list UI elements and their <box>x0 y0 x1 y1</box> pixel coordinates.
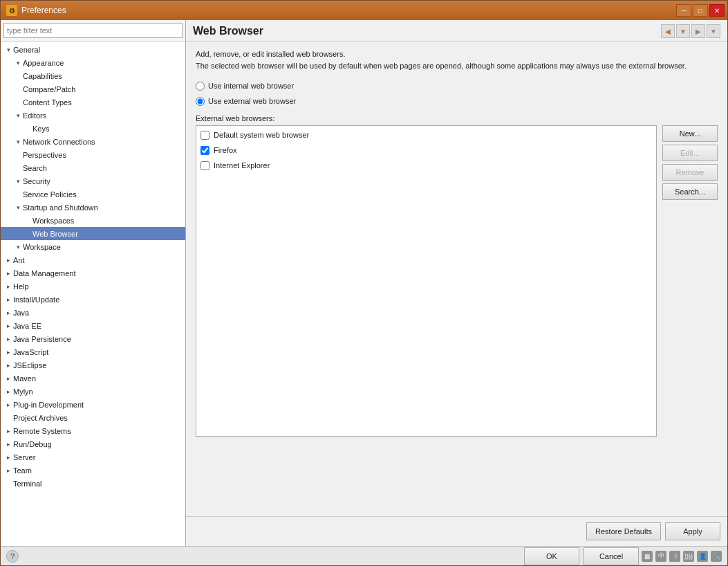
expand-icon-java-ee: ▸ <box>3 321 13 331</box>
search-button[interactable]: Search... <box>662 183 718 200</box>
tree-label-service-policies: Service Policies <box>23 190 77 199</box>
browser-checkbox-default-system[interactable] <box>200 131 209 140</box>
restore-defaults-button[interactable]: Restore Defaults <box>586 522 661 540</box>
tree-label-workspace: Workspace <box>23 243 61 251</box>
tree-label-general: General <box>13 46 40 54</box>
tree-item-workspace[interactable]: ▾Workspace <box>1 240 185 253</box>
expand-icon-compare-patch <box>13 84 23 94</box>
browsers-container: Default system web browserFirefoxInterne… <box>196 125 718 437</box>
nav-forward-dropdown-button[interactable]: ▼ <box>707 24 720 38</box>
maximize-button[interactable]: □ <box>693 4 708 17</box>
tree-item-plugin-development[interactable]: ▸Plug-in Development <box>1 398 185 411</box>
filter-input[interactable] <box>3 23 183 38</box>
left-panel: ▾General▾AppearanceCapabilitiesCompare/P… <box>1 20 186 546</box>
tree-item-team[interactable]: ▸Team <box>1 464 185 477</box>
filter-wrapper <box>1 20 185 42</box>
tree-item-compare-patch[interactable]: Compare/Patch <box>1 82 185 95</box>
tree-item-java-persistence[interactable]: ▸Java Persistence <box>1 332 185 345</box>
tree-item-javascript[interactable]: ▸JavaScript <box>1 345 185 358</box>
radio-internal[interactable] <box>196 82 205 91</box>
tree-item-java[interactable]: ▸Java <box>1 306 185 319</box>
tree-item-terminal[interactable]: Terminal <box>1 477 185 490</box>
tree-item-editors[interactable]: ▾Editors <box>1 109 185 122</box>
tree-item-web-browser[interactable]: Web Browser <box>1 227 185 240</box>
browser-label-internet-explorer: Internet Explorer <box>214 161 270 170</box>
radio-external[interactable] <box>196 97 205 106</box>
expand-icon-run-debug: ▸ <box>3 439 13 449</box>
tree-item-perspectives[interactable]: Perspectives <box>1 148 185 161</box>
title-bar: ⚙ Preferences ─ □ ✕ <box>1 1 727 20</box>
tree-item-security[interactable]: ▾Security <box>1 174 185 188</box>
tree-item-run-debug[interactable]: ▸Run/Debug <box>1 437 185 450</box>
ok-button[interactable]: OK <box>524 547 579 565</box>
tree-area[interactable]: ▾General▾AppearanceCapabilitiesCompare/P… <box>1 42 185 546</box>
expand-icon-keys <box>23 124 32 134</box>
browser-item-firefox[interactable]: Firefox <box>198 143 655 158</box>
tree-item-server[interactable]: ▸Server <box>1 450 185 464</box>
browser-item-default-system[interactable]: Default system web browser <box>198 127 655 143</box>
external-browsers-label: External web browsers: <box>196 114 718 122</box>
tree-label-security: Security <box>23 177 50 185</box>
expand-icon-plugin-development: ▸ <box>3 400 13 410</box>
tree-item-network-connections[interactable]: ▾Network Connections <box>1 135 185 148</box>
tree-item-help[interactable]: ▸Help <box>1 280 185 293</box>
nav-back-button[interactable]: ◀ <box>661 24 675 38</box>
tree-label-team: Team <box>13 466 32 475</box>
remove-button[interactable]: Remove <box>662 164 718 181</box>
minimize-button[interactable]: ─ <box>676 4 691 17</box>
taskbar-icon-1: ▦ <box>642 551 653 562</box>
panel-title: Web Browser <box>193 25 263 37</box>
apply-button[interactable]: Apply <box>665 522 720 540</box>
tree-item-jseclipse[interactable]: ▸JSEclipse <box>1 358 185 372</box>
tree-item-java-ee[interactable]: ▸Java EE <box>1 319 185 332</box>
tree-item-maven[interactable]: ▸Maven <box>1 372 185 385</box>
radio-internal-item: Use internal web browser <box>196 80 718 92</box>
tree-item-content-types[interactable]: Content Types <box>1 95 185 109</box>
tree-item-remote-systems[interactable]: ▸Remote Systems <box>1 424 185 437</box>
restore-apply-bar: Restore Defaults Apply <box>186 516 727 546</box>
nav-dropdown-button[interactable]: ▼ <box>676 24 690 38</box>
main-body: ▾General▾AppearanceCapabilitiesCompare/P… <box>1 20 727 546</box>
expand-icon-capabilities <box>13 71 23 81</box>
right-content: Add, remove, or edit installed web brows… <box>186 42 727 516</box>
expand-icon-security: ▾ <box>13 176 23 186</box>
tree-item-capabilities[interactable]: Capabilities <box>1 69 185 82</box>
new-button[interactable]: New... <box>662 125 718 142</box>
radio-external-label: Use external web browser <box>208 97 296 105</box>
tree-item-data-management[interactable]: ▸Data Management <box>1 266 185 280</box>
tree-item-search[interactable]: Search <box>1 161 185 174</box>
browser-item-internet-explorer[interactable]: Internet Explorer <box>198 158 655 173</box>
expand-icon-server: ▸ <box>3 453 13 462</box>
tree-item-workspaces[interactable]: Workspaces <box>1 214 185 227</box>
status-bar: ? OK Cancel ▦ 中 ☽ )))) 👤 🔧 <box>1 546 727 565</box>
browser-label-firefox: Firefox <box>214 146 237 154</box>
tree-item-install-update[interactable]: ▸Install/Update <box>1 293 185 306</box>
taskbar-icon-2: 中 <box>655 551 666 562</box>
expand-icon-search <box>13 163 23 173</box>
tree-item-startup-shutdown[interactable]: ▾Startup and Shutdown <box>1 201 185 214</box>
browser-checkbox-firefox[interactable] <box>200 146 209 155</box>
cancel-button[interactable]: Cancel <box>584 547 639 565</box>
browser-checkbox-internet-explorer[interactable] <box>200 161 209 170</box>
tree-label-compare-patch: Compare/Patch <box>23 85 75 93</box>
tree-label-keys: Keys <box>32 125 49 133</box>
desc-line1: Add, remove, or edit installed web brows… <box>196 48 718 60</box>
browser-list[interactable]: Default system web browserFirefoxInterne… <box>196 125 657 437</box>
tree-item-general[interactable]: ▾General <box>1 43 185 56</box>
expand-icon-general: ▾ <box>3 45 13 55</box>
expand-icon-terminal <box>3 479 13 489</box>
tree-item-mylyn[interactable]: ▸Mylyn <box>1 385 185 398</box>
tree-item-keys[interactable]: Keys <box>1 122 185 135</box>
tree-item-project-archives[interactable]: Project Archives <box>1 411 185 424</box>
edit-button[interactable]: Edit... <box>662 145 718 161</box>
tree-label-terminal: Terminal <box>13 480 42 488</box>
taskbar-icon-3: ☽ <box>669 551 680 562</box>
close-button[interactable]: ✕ <box>709 4 725 17</box>
tree-label-ant: Ant <box>13 256 25 264</box>
tree-item-ant[interactable]: ▸Ant <box>1 253 185 266</box>
tree-label-server: Server <box>13 453 35 462</box>
nav-forward-button[interactable]: ▶ <box>691 24 705 38</box>
help-button[interactable]: ? <box>6 550 19 563</box>
tree-item-appearance[interactable]: ▾Appearance <box>1 56 185 69</box>
tree-item-service-policies[interactable]: Service Policies <box>1 188 185 201</box>
